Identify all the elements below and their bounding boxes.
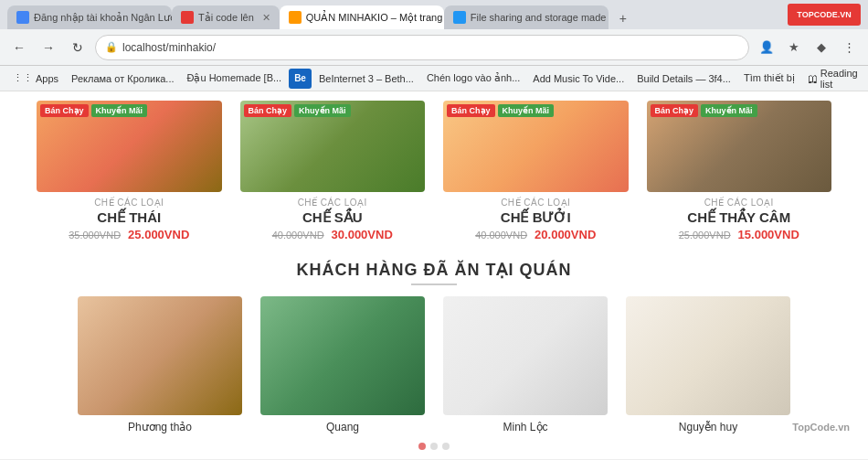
section-divider (411, 283, 457, 285)
title-bar: Đăng nhập tài khoản Ngân Lượ... ✕ Tải co… (0, 0, 868, 29)
bookmark-8-label: Tìm thiết bị (744, 72, 795, 84)
browser-tab-1[interactable]: Đăng nhập tài khoản Ngân Lượ... ✕ (7, 5, 172, 29)
customer-card-2: Quang (260, 296, 425, 433)
product-card-1: Bán Chạy Khuyến Mãi CHẾ CÁC LOẠI CHẾ THÁ… (27, 101, 231, 241)
customer-name-4: Nguyễn huy (626, 421, 790, 433)
bookmark-2-label: Đậu Homemade [B... (187, 72, 282, 84)
browser-toolbar: ← → ↻ 🔒 localhost/minhakio/ 👤 ★ ◆ ⋮ (0, 29, 868, 66)
price-old-1: 35.000VND (69, 230, 121, 241)
bookmark-apps-label: Apps (36, 73, 58, 84)
badge-ban-chay-3: Bán Chạy (447, 104, 495, 117)
tab-favicon-1 (16, 11, 29, 24)
badge-khuyen-mai-4: Khuyến Mãi (701, 104, 757, 117)
product-category-4: CHẾ CÁC LOẠI (647, 198, 832, 208)
product-card-3: Bán Chạy Khuyến Mãi CHẾ CÁC LOẠI CHẾ BƯỞ… (434, 101, 638, 241)
topcode-watermark: TopCode.vn (792, 422, 850, 433)
browser-tab-2[interactable]: Tải code lên ✕ (172, 5, 280, 29)
customer-photo-1 (78, 296, 242, 415)
product-image-3: Bán Chạy Khuyến Mãi (443, 101, 629, 192)
product-image-2: Bán Chạy Khuyến Mãi (240, 101, 426, 192)
customer-card-1: Phương thảo (78, 296, 242, 433)
badge-ban-chay-1: Bán Chạy (40, 104, 89, 117)
price-new-2: 30.000VND (332, 228, 393, 241)
product-image-1: Bán Chạy Khuyến Mãi (37, 101, 222, 192)
bookmark-2[interactable]: Đậu Homemade [B... (182, 69, 288, 89)
tab-label-2: Tải code lên (198, 12, 254, 24)
reading-list-button[interactable]: 🕮 Reading list (802, 68, 863, 90)
bookmark-apps[interactable]: ⋮⋮ Apps (7, 69, 64, 89)
carousel-dots (27, 443, 841, 450)
new-tab-button[interactable]: + (612, 7, 634, 29)
profile-button[interactable]: 👤 (755, 36, 778, 59)
bookmark-3[interactable]: Be (289, 69, 312, 89)
product-name-3: CHẾ BƯỞI (443, 209, 629, 226)
more-button[interactable]: ⋮ (837, 36, 861, 59)
customers-section: KHÁCH HÀNG ĐÃ ĂN TẠI QUÁN Phương thảo Qu… (0, 251, 868, 459)
reading-list-label: Reading list (820, 68, 858, 90)
tab-close-2[interactable]: ✕ (262, 12, 270, 24)
address-bar[interactable]: 🔒 localhost/minhakio/ (95, 35, 749, 60)
dot-1[interactable] (418, 443, 426, 450)
address-text: localhost/minhakio/ (122, 41, 216, 54)
tab-favicon-4 (453, 11, 466, 24)
product-category-1: CHẾ CÁC LOẠI (37, 198, 222, 208)
customer-name-1: Phương thảo (78, 421, 242, 433)
product-card-4: Bán Chạy Khuyến Mãi CHẾ CÁC LOẠI CHẾ THẦ… (638, 101, 842, 241)
price-old-2: 40.000VND (272, 230, 324, 241)
customer-card-4: Nguyễn huy (626, 296, 790, 433)
browser-tab-4[interactable]: File sharing and storage made s... ✕ (444, 5, 609, 29)
tab-bar: Đăng nhập tài khoản Ngân Lượ... ✕ Tải co… (7, 0, 634, 29)
product-badges-1: Bán Chạy Khuyến Mãi (40, 104, 147, 117)
dot-3[interactable] (442, 443, 450, 450)
topcode-logo: TOPCODE.VN (788, 4, 861, 26)
product-name-2: CHẾ SẦU (240, 209, 426, 226)
reload-button[interactable]: ↻ (66, 36, 90, 59)
products-section: Bán Chạy Khuyến Mãi CHẾ CÁC LOẠI CHẾ THÁ… (0, 91, 868, 251)
product-category-2: CHẾ CÁC LOẠI (240, 198, 426, 208)
apps-icon: ⋮⋮ (13, 72, 33, 84)
product-prices-4: 25.000VND 15.000VND (647, 228, 832, 241)
product-prices-3: 40.000VND 20.000VND (443, 228, 629, 241)
badge-ban-chay-4: Bán Chạy (651, 104, 699, 117)
product-card-2: Bán Chạy Khuyến Mãi CHẾ CÁC LOẠI CHẾ SẦU… (231, 101, 435, 241)
browser-actions: 👤 ★ ◆ ⋮ (755, 36, 861, 59)
tab-favicon-2 (181, 11, 194, 24)
bookmark-8[interactable]: Tìm thiết bị (738, 69, 800, 89)
extension-button[interactable]: ◆ (810, 36, 833, 59)
star-button[interactable]: ★ (782, 36, 806, 59)
bookmark-5[interactable]: Chén logo vào ảnh... (421, 69, 525, 89)
product-badges-3: Bán Chạy Khuyến Mãi (447, 104, 554, 117)
product-prices-1: 35.000VND 25.000VND (37, 228, 222, 241)
reading-list-icon: 🕮 (808, 73, 818, 84)
price-new-3: 20.000VND (535, 228, 596, 241)
bookmark-5-label: Chén logo vào ảnh... (427, 72, 520, 84)
bookmark-4[interactable]: BeInternet 3 – Beth... (313, 69, 419, 89)
bookmark-1-label: Реклама от Кролика... (71, 73, 174, 84)
tab-favicon-3 (289, 11, 302, 24)
bookmarks-bar: ⋮⋮ Apps Реклама от Кролика... Đậu Homema… (0, 66, 868, 91)
badge-khuyen-mai-2: Khuyến Mãi (294, 104, 351, 117)
window-controls: TOPCODE.VN (788, 4, 861, 26)
product-name-4: CHẾ THẦY CÂM (647, 209, 832, 226)
lock-icon: 🔒 (105, 41, 118, 53)
product-badges-4: Bán Chạy Khuyến Mãi (651, 104, 757, 117)
product-prices-2: 40.000VND 30.000VND (240, 228, 426, 241)
product-name-1: CHẾ THÁI (37, 209, 222, 226)
bookmark-6[interactable]: Add Music To Vide... (527, 69, 630, 89)
badge-khuyen-mai-3: Khuyến Mãi (498, 104, 555, 117)
bookmark-7[interactable]: Build Details — 3f4... (631, 69, 736, 89)
dot-2[interactable] (430, 443, 438, 450)
bookmark-1[interactable]: Реклама от Кролика... (66, 69, 179, 89)
browser-chrome: Đăng nhập tài khoản Ngân Lượ... ✕ Tải co… (0, 0, 868, 91)
browser-tab-3[interactable]: QUẢN MINHAKIO – Một trang w... ✕ (280, 5, 444, 29)
tab-label-1: Đăng nhập tài khoản Ngân Lượ... (34, 12, 172, 24)
price-old-3: 40.000VND (475, 230, 527, 241)
forward-button[interactable]: → (37, 36, 60, 59)
back-button[interactable]: ← (7, 36, 31, 59)
price-old-4: 25.000VND (679, 230, 731, 241)
product-badges-2: Bán Chạy Khuyến Mãi (244, 104, 351, 117)
customer-name-3: Minh Lộc (443, 421, 608, 433)
tab-label-4: File sharing and storage made s... (471, 12, 609, 23)
product-category-3: CHẾ CÁC LOẠI (443, 198, 629, 208)
customers-grid: Phương thảo Quang Minh Lộc Nguyễn huy (27, 296, 841, 433)
